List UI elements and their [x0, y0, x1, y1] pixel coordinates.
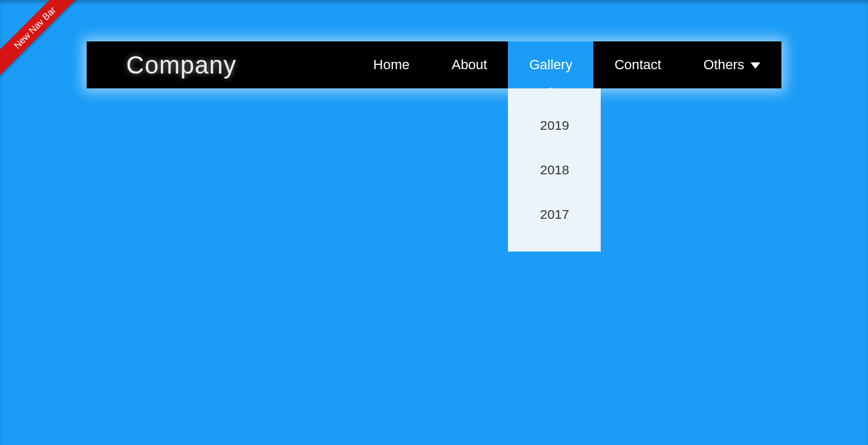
brand-logo[interactable]: Company — [87, 51, 273, 79]
dropdown-item: 2019 — [508, 103, 601, 148]
nav-link-others[interactable]: Others — [682, 41, 781, 88]
nav-item-gallery: Gallery 2019 2018 2017 — [508, 41, 593, 88]
caret-down-icon — [750, 61, 760, 69]
nav-link-contact[interactable]: Contact — [593, 41, 682, 88]
corner-ribbon-label: New Nav Bar — [0, 0, 89, 82]
nav-menu: Home About Gallery 2019 2018 2017 Contac… — [352, 41, 781, 88]
dropdown-link-2017[interactable]: 2017 — [508, 192, 601, 237]
dropdown-item: 2017 — [508, 192, 601, 237]
nav-item-others: Others — [682, 41, 781, 88]
nav-link-others-label: Others — [703, 57, 744, 73]
nav-link-about[interactable]: About — [431, 41, 509, 88]
svg-marker-0 — [750, 62, 760, 69]
main-navbar: Company Home About Gallery 2019 2018 201… — [87, 41, 781, 88]
nav-link-gallery[interactable]: Gallery — [508, 41, 593, 88]
gallery-dropdown: 2019 2018 2017 — [508, 88, 601, 252]
nav-link-home[interactable]: Home — [352, 41, 431, 88]
nav-item-about: About — [431, 41, 509, 88]
nav-item-contact: Contact — [593, 41, 682, 88]
nav-item-home: Home — [352, 41, 431, 88]
dropdown-link-2019[interactable]: 2019 — [508, 103, 601, 148]
dropdown-link-2018[interactable]: 2018 — [508, 148, 601, 192]
dropdown-item: 2018 — [508, 148, 601, 192]
